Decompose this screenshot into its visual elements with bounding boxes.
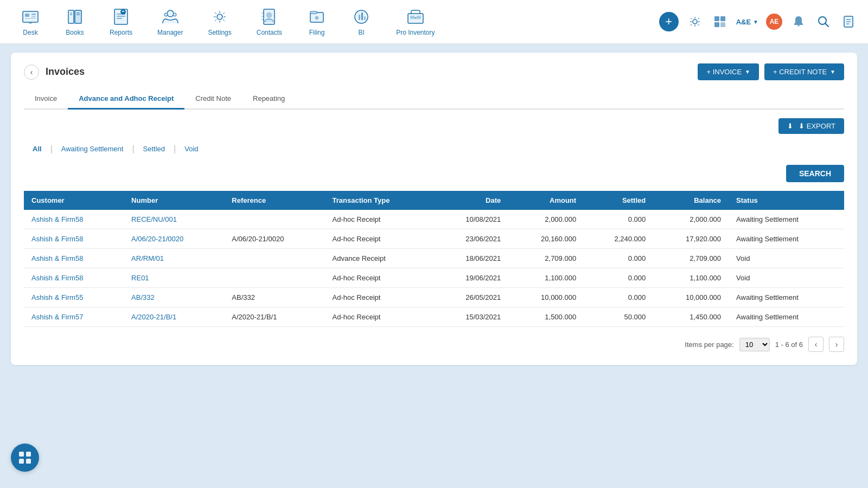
cell-settled: 0.000 bbox=[584, 268, 653, 288]
tabs: Invoice Advance and Adhoc Receipt Credit… bbox=[24, 89, 844, 110]
number-link[interactable]: RE01 bbox=[131, 274, 149, 282]
org-selector[interactable]: A&E ▼ bbox=[736, 18, 758, 26]
cell-customer: Ashish & Firm55 bbox=[24, 288, 124, 307]
col-status: Status bbox=[729, 191, 844, 210]
svg-point-20 bbox=[217, 14, 222, 20]
cell-status: Awaiting Settlement bbox=[729, 229, 844, 249]
svg-rect-38 bbox=[714, 16, 719, 21]
contacts-icon bbox=[259, 7, 279, 27]
cell-number: RE01 bbox=[124, 268, 224, 288]
filter-settled[interactable]: Settled bbox=[135, 142, 174, 156]
svg-point-28 bbox=[315, 16, 318, 20]
svg-rect-4 bbox=[25, 18, 36, 19]
tab-repeating[interactable]: Repeating bbox=[242, 89, 296, 110]
search-button[interactable]: SEARCH bbox=[786, 165, 844, 182]
customer-link[interactable]: Ashish & Firm58 bbox=[31, 274, 83, 282]
customer-link[interactable]: Ashish & Firm58 bbox=[31, 215, 83, 223]
card-header: ‹ Invoices + INVOICE ▼ + CREDIT NOTE ▼ bbox=[24, 63, 844, 80]
nav-item-books[interactable]: Books bbox=[55, 3, 94, 41]
contacts-label: Contacts bbox=[257, 29, 282, 36]
svg-rect-50 bbox=[19, 459, 24, 464]
filter-awaiting-settlement[interactable]: Awaiting Settlement bbox=[53, 142, 132, 156]
cell-customer: Ashish & Firm58 bbox=[24, 210, 124, 229]
customer-link[interactable]: Ashish & Firm55 bbox=[31, 293, 83, 301]
nav-items: Desk Books bbox=[11, 3, 445, 41]
number-link[interactable]: A/06/20-21/0020 bbox=[131, 235, 183, 243]
cell-number: A/2020-21/B/1 bbox=[124, 307, 224, 327]
main-content: ‹ Invoices + INVOICE ▼ + CREDIT NOTE ▼ I… bbox=[0, 44, 868, 374]
bottom-grid-button[interactable] bbox=[11, 444, 39, 472]
table-row: Ashish & Firm58 RE01 Ad-hoc Receipt 19/0… bbox=[24, 268, 844, 288]
cell-date: 19/06/2021 bbox=[433, 268, 508, 288]
filter-void[interactable]: Void bbox=[176, 142, 207, 156]
settings-label: Settings bbox=[208, 29, 231, 36]
nav-item-manager[interactable]: Manager bbox=[148, 3, 193, 41]
tab-credit-note[interactable]: Credit Note bbox=[184, 89, 242, 110]
search-row: SEARCH bbox=[24, 165, 844, 182]
cell-customer: Ashish & Firm58 bbox=[24, 268, 124, 288]
cell-balance: 2,709.000 bbox=[653, 249, 729, 268]
table-row: Ashish & Firm57 A/2020-21/B/1 A/2020-21/… bbox=[24, 307, 844, 327]
prev-page-button[interactable]: ‹ bbox=[808, 337, 824, 352]
export-button[interactable]: ⬇ ⬇ EXPORT bbox=[778, 118, 844, 134]
items-per-page-label: Items per page: bbox=[685, 341, 733, 349]
desk-icon bbox=[21, 7, 40, 27]
gear-icon[interactable] bbox=[686, 13, 704, 30]
customer-link[interactable]: Ashish & Firm58 bbox=[31, 254, 83, 262]
number-link[interactable]: RECE/NU/001 bbox=[131, 215, 177, 223]
bi-icon bbox=[352, 7, 371, 27]
nav-item-bi[interactable]: BI bbox=[342, 3, 381, 41]
cell-balance: 10,000.000 bbox=[653, 288, 729, 307]
cell-transaction-type: Ad-hoc Receipt bbox=[325, 307, 433, 327]
next-page-button[interactable]: › bbox=[829, 337, 844, 352]
notification-icon[interactable] bbox=[790, 13, 807, 30]
nav-item-reports[interactable]: Reports bbox=[100, 3, 142, 41]
nav-item-contacts[interactable]: Contacts bbox=[247, 3, 292, 41]
per-page-select[interactable]: 10 25 50 100 bbox=[739, 338, 770, 351]
svg-rect-5 bbox=[29, 22, 32, 24]
cell-settled: 50.000 bbox=[584, 307, 653, 327]
cell-reference bbox=[224, 249, 324, 268]
grid-icon[interactable] bbox=[711, 13, 729, 30]
cell-amount: 2,000.000 bbox=[508, 210, 584, 229]
nav-item-desk[interactable]: Desk bbox=[11, 3, 50, 41]
table-row: Ashish & Firm58 A/06/20-21/0020 A/06/20-… bbox=[24, 229, 844, 249]
document-icon[interactable] bbox=[840, 13, 857, 30]
nav-item-settings[interactable]: Settings bbox=[198, 3, 241, 41]
avatar[interactable]: AE bbox=[766, 14, 782, 30]
nav-item-filing[interactable]: Filing bbox=[297, 3, 336, 41]
svg-rect-27 bbox=[310, 11, 317, 14]
filter-all[interactable]: All bbox=[24, 142, 50, 156]
bi-label: BI bbox=[358, 29, 364, 36]
credit-note-dropdown-arrow: ▼ bbox=[830, 69, 835, 75]
svg-point-37 bbox=[693, 20, 697, 24]
chevron-down-icon: ▼ bbox=[753, 19, 758, 25]
customer-link[interactable]: Ashish & Firm57 bbox=[31, 313, 83, 321]
col-balance: Balance bbox=[653, 191, 729, 210]
table-row: Ashish & Firm58 RECE/NU/001 Ad-hoc Recei… bbox=[24, 210, 844, 229]
org-label: A&E bbox=[736, 18, 751, 26]
customer-link[interactable]: Ashish & Firm58 bbox=[31, 235, 83, 243]
cell-transaction-type: Advance Receipt bbox=[325, 249, 433, 268]
svg-rect-30 bbox=[359, 15, 360, 20]
number-link[interactable]: AR/RM/01 bbox=[131, 254, 164, 262]
cell-transaction-type: Ad-hoc Receipt bbox=[325, 210, 433, 229]
back-button[interactable]: ‹ bbox=[24, 65, 39, 80]
cell-settled: 0.000 bbox=[584, 210, 653, 229]
number-link[interactable]: AB/332 bbox=[131, 293, 155, 301]
svg-rect-35 bbox=[417, 16, 421, 19]
nav-item-pro-inventory[interactable]: Pro Inventory bbox=[386, 3, 444, 41]
cell-customer: Ashish & Firm58 bbox=[24, 229, 124, 249]
cell-reference: A/2020-21/B/1 bbox=[224, 307, 324, 327]
number-link[interactable]: A/2020-21/B/1 bbox=[131, 313, 176, 321]
add-button[interactable]: + bbox=[659, 12, 679, 31]
svg-point-36 bbox=[414, 17, 417, 19]
svg-rect-25 bbox=[261, 19, 264, 20]
tab-advance-adhoc[interactable]: Advance and Adhoc Receipt bbox=[68, 89, 184, 110]
new-credit-note-button[interactable]: + CREDIT NOTE ▼ bbox=[764, 63, 844, 80]
tab-invoice[interactable]: Invoice bbox=[24, 89, 68, 110]
search-icon[interactable] bbox=[815, 13, 832, 30]
cell-customer: Ashish & Firm57 bbox=[24, 307, 124, 327]
cell-transaction-type: Ad-hoc Receipt bbox=[325, 288, 433, 307]
new-invoice-button[interactable]: + INVOICE ▼ bbox=[698, 63, 759, 80]
